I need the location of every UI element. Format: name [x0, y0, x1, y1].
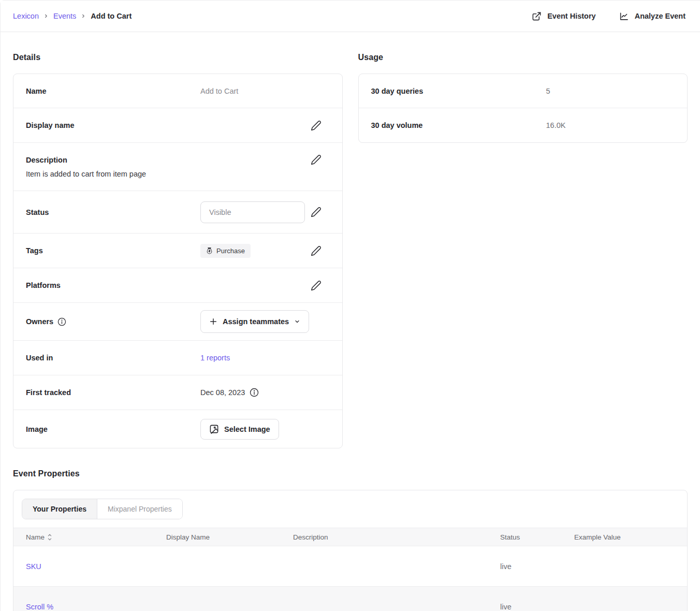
usage-section: Usage 30 day queries 5 30 day volume 16.…: [358, 32, 688, 448]
sort-icon: [48, 534, 52, 541]
status-label: Status: [26, 208, 200, 216]
detail-row-name: Name Add to Cart: [13, 74, 342, 108]
edit-description-button[interactable]: [311, 154, 322, 165]
edit-display-name-button[interactable]: [311, 120, 322, 131]
property-status: live: [488, 562, 562, 571]
detail-row-owners: Owners Assign teammates: [13, 303, 342, 341]
column-header-description[interactable]: Description: [281, 533, 488, 541]
usage-queries-value: 5: [546, 87, 550, 95]
property-row-scroll[interactable]: Scroll % live: [13, 587, 687, 611]
image-label: Image: [26, 425, 200, 433]
used-in-label: Used in: [26, 354, 200, 362]
usage-row-volume: 30 day volume 16.0K: [359, 108, 688, 142]
pencil-icon: [311, 120, 322, 131]
usage-card: 30 day queries 5 30 day volume 16.0K: [358, 74, 688, 143]
tag-label: Purchase: [216, 247, 245, 255]
breadcrumb-events[interactable]: Events: [53, 12, 76, 20]
details-card: Name Add to Cart Display name: [13, 74, 343, 448]
edit-tags-button[interactable]: [311, 245, 322, 256]
event-history-label: Event History: [547, 12, 595, 20]
description-label: Description: [26, 156, 200, 164]
tag-chip-purchase[interactable]: Purchase: [200, 244, 251, 258]
breadcrumb-lexicon[interactable]: Lexicon: [13, 12, 39, 20]
usage-volume-value: 16.0K: [546, 121, 566, 129]
tab-your-properties[interactable]: Your Properties: [22, 499, 97, 519]
detail-row-image: Image Select Image: [13, 410, 342, 448]
used-in-reports-link[interactable]: 1 reports: [200, 354, 230, 362]
display-name-label: Display name: [26, 121, 200, 129]
lexicon-event-page: Lexicon Events Add to Cart Event History: [0, 0, 700, 611]
event-history-button[interactable]: Event History: [532, 11, 595, 21]
usage-title: Usage: [358, 53, 688, 62]
event-properties-title: Event Properties: [13, 469, 688, 478]
detail-row-display-name: Display name: [13, 108, 342, 143]
pencil-icon: [311, 154, 322, 165]
detail-row-status: Status Visible: [13, 191, 342, 234]
chevron-right-icon: [81, 13, 86, 19]
status-select[interactable]: Visible: [200, 201, 305, 223]
assign-teammates-button[interactable]: Assign teammates: [200, 310, 309, 333]
column-header-display-name[interactable]: Display Name: [154, 533, 281, 541]
property-row-sku[interactable]: SKU live: [13, 546, 687, 587]
column-header-example-value[interactable]: Example Value: [562, 533, 687, 541]
property-name-link[interactable]: SKU: [13, 562, 154, 571]
column-header-name[interactable]: Name: [13, 533, 154, 541]
first-tracked-value: Dec 08, 2023: [200, 388, 245, 397]
property-name-link[interactable]: Scroll %: [13, 603, 154, 611]
tab-mixpanel-properties[interactable]: Mixpanel Properties: [97, 499, 182, 519]
name-label: Name: [26, 87, 200, 95]
usage-volume-label: 30 day volume: [371, 121, 546, 129]
analyze-event-label: Analyze Event: [635, 12, 686, 20]
topbar: Lexicon Events Add to Cart Event History: [1, 1, 700, 32]
platforms-label: Platforms: [26, 281, 200, 289]
pencil-icon: [311, 280, 322, 291]
column-header-status[interactable]: Status: [488, 533, 562, 541]
properties-table-header: Name Display Name Description Status Exa…: [13, 528, 687, 546]
first-tracked-label: First tracked: [26, 388, 200, 397]
select-image-label: Select Image: [224, 425, 270, 433]
tags-label: Tags: [26, 246, 200, 255]
assign-teammates-label: Assign teammates: [223, 317, 289, 326]
chevron-right-icon: [43, 13, 49, 19]
line-chart-icon: [619, 11, 629, 21]
owners-label: Owners: [26, 317, 53, 326]
details-title: Details: [13, 53, 343, 62]
details-section: Details Name Add to Cart Display name: [13, 32, 343, 448]
topbar-actions: Event History Analyze Event: [532, 11, 686, 21]
detail-row-used-in: Used in 1 reports: [13, 341, 342, 375]
usage-row-queries: 30 day queries 5: [359, 74, 688, 108]
detail-row-tags: Tags Purchase: [13, 234, 342, 268]
chevron-down-icon: [294, 318, 300, 325]
pencil-icon: [311, 245, 322, 256]
breadcrumb: Lexicon Events Add to Cart: [13, 12, 132, 20]
image-icon: [209, 424, 219, 434]
external-link-icon: [532, 11, 542, 21]
properties-tabs: Your Properties Mixpanel Properties: [22, 499, 183, 519]
breadcrumb-current-event: Add to Cart: [91, 12, 132, 20]
edit-platforms-button[interactable]: [311, 280, 322, 291]
info-circle-icon[interactable]: [57, 317, 66, 326]
event-properties-card: Your Properties Mixpanel Properties Name…: [13, 490, 688, 611]
event-properties-section: Event Properties Your Properties Mixpane…: [13, 469, 688, 611]
info-circle-icon[interactable]: [250, 388, 259, 397]
name-value: Add to Cart: [200, 87, 322, 95]
usage-queries-label: 30 day queries: [371, 87, 546, 95]
select-image-button[interactable]: Select Image: [200, 419, 279, 440]
analyze-event-button[interactable]: Analyze Event: [619, 11, 686, 21]
property-status: live: [488, 603, 562, 611]
description-value: Item is added to cart from item page: [26, 170, 322, 178]
edit-status-button[interactable]: [311, 207, 322, 217]
detail-row-first-tracked: First tracked Dec 08, 2023: [13, 375, 342, 410]
money-bag-icon: [206, 247, 213, 254]
pencil-icon: [311, 207, 322, 217]
plus-icon: [209, 317, 217, 326]
detail-row-description: Description Item is added to cart from i…: [13, 143, 342, 191]
detail-row-platforms: Platforms: [13, 268, 342, 303]
